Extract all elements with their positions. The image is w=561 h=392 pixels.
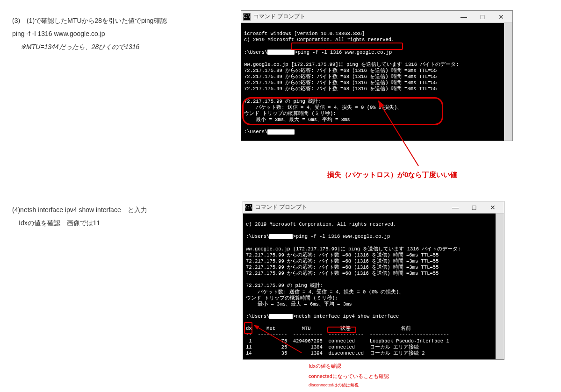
redacted-user bbox=[269, 314, 293, 319]
console-body-2: c) 2019 Microsoft Corporation. All right… bbox=[243, 214, 504, 359]
maximize-button[interactable]: □ bbox=[473, 11, 492, 22]
maximize-button[interactable]: □ bbox=[465, 202, 483, 213]
cmd-icon: C:\ bbox=[245, 204, 252, 211]
annotation-idx: Idxの値を確認 bbox=[309, 362, 341, 371]
cmd-icon: C:\ bbox=[243, 13, 251, 21]
annotation-disconnected: disconnectedはの値は無視 bbox=[309, 382, 359, 388]
titlebar-2: C:\ コマンド プロンプト ― □ ✕ bbox=[243, 201, 504, 214]
minimize-button[interactable]: ― bbox=[446, 202, 465, 213]
step3-note: ※MTU=1344だったら、28ひくので1316 bbox=[21, 40, 227, 53]
titlebar-1: C:\ コマンド プロンプト ― □ ✕ bbox=[241, 11, 512, 23]
close-button[interactable]: ✕ bbox=[483, 202, 502, 213]
step3-instructions: (3) (1)で確認したMTUから28を引いた値でping確認 ping -f … bbox=[12, 14, 227, 53]
close-button[interactable]: ✕ bbox=[492, 11, 511, 22]
redacted-user bbox=[267, 129, 295, 135]
step3-command: ping -f -l 1316 www.google.co.jp bbox=[12, 27, 227, 40]
console-body-1: icrosoft Windows [Version 10.0.18363.836… bbox=[241, 23, 512, 141]
minimize-button[interactable]: ― bbox=[454, 11, 473, 22]
annotation-connected: connectedになっていることも確認 bbox=[309, 372, 389, 381]
console-window-2: C:\ コマンド プロンプト ― □ ✕ c) 2019 Microsoft C… bbox=[243, 201, 504, 360]
window-title-2: コマンド プロンプト bbox=[255, 203, 307, 211]
window-title-1: コマンド プロンプト bbox=[253, 13, 305, 21]
step3-title: (3) (1)で確認したMTUから28を引いた値でping確認 bbox=[12, 14, 227, 27]
step4-sub: Idxの値を確認 画像では11 bbox=[19, 216, 227, 229]
annotation-packet-loss: 損失（パケットロス）が0なら丁度いい値 bbox=[327, 171, 457, 179]
redacted-user bbox=[267, 50, 295, 55]
redacted-user bbox=[269, 234, 293, 239]
step4-title: (4)netsh interface ipv4 show interface と… bbox=[12, 203, 227, 216]
console-window-1: C:\ コマンド プロンプト ― □ ✕ icrosoft Windows [V… bbox=[241, 10, 513, 141]
step4-instructions: (4)netsh interface ipv4 show interface と… bbox=[12, 203, 227, 229]
